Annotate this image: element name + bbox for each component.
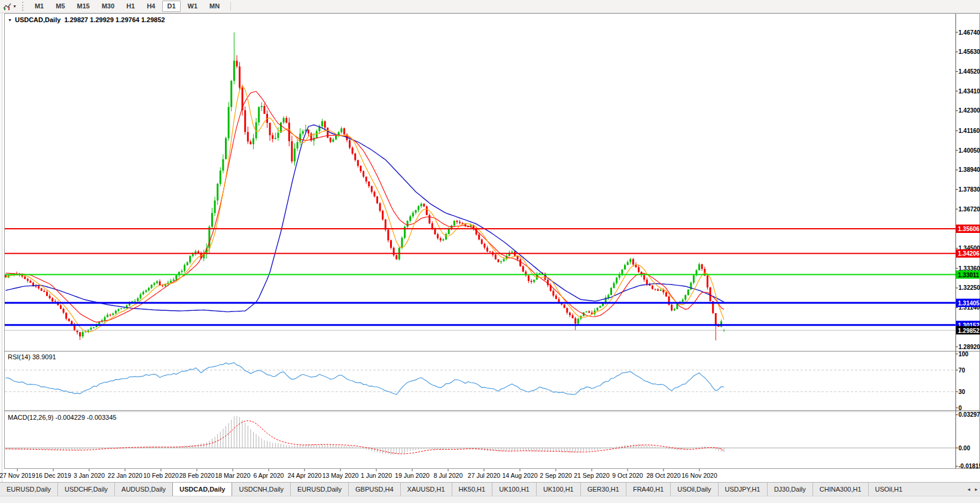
svg-text:9 Oct 2020: 9 Oct 2020 [612,472,643,479]
svg-text:19 Jun 2020: 19 Jun 2020 [395,472,430,479]
svg-text:21 Sep 2020: 21 Sep 2020 [574,472,610,479]
timeframe-buttons: M1M5M15M30H1H4D1W1MN [29,1,226,12]
svg-text:1.38940: 1.38940 [958,166,980,173]
svg-text:10 Feb 2020: 10 Feb 2020 [144,472,179,479]
svg-text:30: 30 [958,389,966,395]
timeframe-button-W1[interactable]: W1 [183,1,203,12]
tab-fra40-h1[interactable]: FRA40,H1 [626,483,670,496]
chart-tools-icon[interactable] [3,2,11,11]
timeframe-button-D1[interactable]: D1 [162,1,180,12]
svg-text:1.41160: 1.41160 [958,128,980,134]
chevron-down-icon[interactable]: ▼ [13,4,17,8]
svg-text:0.00: 0.00 [958,445,970,452]
tab-gbpusd-h4[interactable]: GBPUSD,H4 [348,483,400,496]
svg-text:13 May 2020: 13 May 2020 [322,472,359,479]
tab-eurusd-daily[interactable]: EURUSD,Daily [290,483,348,496]
svg-text:6 Apr 2020: 6 Apr 2020 [254,472,284,479]
svg-text:14 Aug 2020: 14 Aug 2020 [503,472,538,479]
chart-title-ohlc: 1.29827 1.29929 1.29764 1.29852 [64,16,165,23]
symbol-tab-bar: EURUSD,DailyUSDCHF,DailyAUDUSD,DailyUSDC… [0,482,980,496]
svg-text:70: 70 [958,367,966,374]
tab-uk100-h1[interactable]: UK100,H1 [536,483,580,496]
tab-usoil-h1[interactable]: USOil,H1 [868,483,909,496]
chart-layers: 1.467401.456301.445201.434101.423001.411… [0,14,980,480]
tab-usoil-daily[interactable]: USOil,Daily [670,483,717,496]
svg-text:1 Jun 2020: 1 Jun 2020 [361,472,392,479]
svg-text:1.33011: 1.33011 [958,272,979,278]
svg-text:1.34206: 1.34206 [958,250,980,257]
tab-hk50-h1[interactable]: HK50,H1 [452,483,492,496]
tab-xauusd-h1[interactable]: XAUUSD,H1 [400,483,452,496]
tab-ger30-h1[interactable]: GER30,H1 [580,483,626,496]
svg-text:28 Oct 2020: 28 Oct 2020 [646,472,680,479]
tab-usdcnh-daily[interactable]: USDCNH,Daily [232,483,290,496]
svg-text:100: 100 [958,351,969,357]
svg-text:16 Nov 2020: 16 Nov 2020 [681,472,717,479]
chart-title: ▼USDCAD,Daily 1.29827 1.29929 1.29764 1.… [8,16,165,23]
svg-text:8 Jul 2020: 8 Jul 2020 [434,472,463,479]
timeframe-button-H4[interactable]: H4 [142,1,160,12]
tab-eurusd-daily[interactable]: EURUSD,Daily [0,483,57,496]
timeframe-button-M5[interactable]: M5 [51,1,69,12]
tab-scroll-right-icon[interactable]: ▸ [975,486,978,492]
tab-scroll-left-icon[interactable]: ◂ [967,486,970,492]
collapse-chart-icon[interactable]: ▼ [8,18,12,22]
chart-title-symbol: USDCAD,Daily [15,16,60,23]
macd-indicator-label: MACD(12,26,9) -0.004229 -0.003345 [8,414,117,421]
status-strip [0,496,980,503]
svg-text:1.29852: 1.29852 [958,328,980,334]
tab-scroll-arrows: ◂ ▸ [967,483,980,496]
timeframe-button-M1[interactable]: M1 [30,1,48,12]
svg-text:1.31405: 1.31405 [958,300,980,307]
svg-text:1.32250: 1.32250 [958,284,980,291]
svg-text:18 Mar 2020: 18 Mar 2020 [215,472,251,479]
svg-text:1.46740: 1.46740 [958,29,980,36]
svg-text:27 Nov 2019: 27 Nov 2019 [0,472,35,479]
timeframe-toolbar: ▼ M1M5M15M30H1H4D1W1MN [0,0,980,13]
svg-text:2 Sep 2020: 2 Sep 2020 [540,472,572,479]
rsi-indicator-label: RSI(14) 38.9091 [8,353,56,360]
symbol-tabs: EURUSD,DailyUSDCHF,DailyAUDUSD,DailyUSDC… [0,483,909,496]
tab-usdchf-daily[interactable]: USDCHF,Daily [57,483,114,496]
tab-audusd-daily[interactable]: AUDUSD,Daily [114,483,172,496]
tab-usdjpy-h1[interactable]: USDJPY,H1 [718,483,767,496]
toolbar-drag-handle[interactable] [22,2,23,11]
svg-text:1.40050: 1.40050 [958,147,980,154]
svg-text:16 Dec 2019: 16 Dec 2019 [35,472,71,479]
timeframe-button-H1[interactable]: H1 [121,1,139,12]
svg-text:3 Jan 2020: 3 Jan 2020 [74,472,105,479]
timeframe-button-M30[interactable]: M30 [97,1,119,12]
svg-text:1.45630: 1.45630 [958,49,980,55]
svg-text:1.35606: 1.35606 [958,226,980,232]
svg-text:1.28920: 1.28920 [958,344,980,350]
svg-text:22 Jan 2020: 22 Jan 2020 [108,472,142,479]
svg-text:1.37830: 1.37830 [958,186,980,193]
tab-china300-h1[interactable]: CHINA300,H1 [812,483,868,496]
svg-text:1.42300: 1.42300 [958,107,980,114]
tab-usdcad-daily[interactable]: USDCAD,Daily [172,483,232,496]
svg-text:0: 0 [958,405,962,411]
svg-text:27 Jul 2020: 27 Jul 2020 [468,472,500,479]
timeframe-button-M15[interactable]: M15 [72,1,95,12]
price-chart[interactable]: 1.467401.456301.445201.434101.423001.411… [0,13,980,482]
svg-text:28 Feb 2020: 28 Feb 2020 [179,472,215,479]
svg-text:1.43410: 1.43410 [958,88,980,95]
svg-text:-0.018154: -0.018154 [958,463,980,469]
tab-dj30-daily[interactable]: DJ30,Daily [767,483,812,496]
timeframe-button-MN[interactable]: MN [205,1,224,12]
svg-text:1.36720: 1.36720 [958,206,980,213]
svg-text:1.44520: 1.44520 [958,68,980,75]
toolbar-separator [230,2,231,11]
svg-text:0.032972: 0.032972 [958,411,980,418]
svg-text:24 Apr 2020: 24 Apr 2020 [288,472,322,479]
tab-uk100-h1[interactable]: UK100,H1 [492,483,536,496]
